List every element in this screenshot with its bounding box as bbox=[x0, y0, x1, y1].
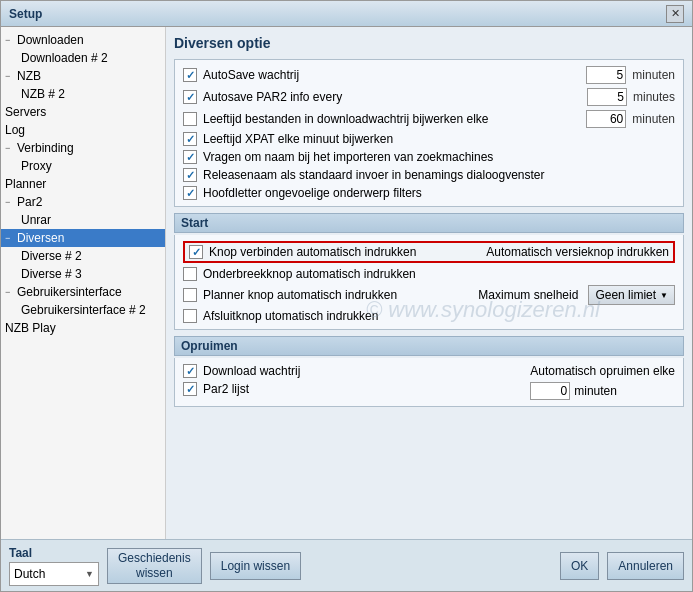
sidebar-label: Diverse # 3 bbox=[21, 267, 82, 281]
start-row-onderbreekknop: Onderbreekknop automatisch indrukken bbox=[183, 267, 675, 281]
opruimen-body: Download wachtrij Par2 lijst Automatisch… bbox=[174, 358, 684, 407]
sidebar-item-downloaden2[interactable]: Downloaden # 2 bbox=[1, 49, 165, 67]
sidebar-label: Diversen bbox=[17, 231, 64, 245]
opruimen-checkboxes: Download wachtrij Par2 lijst bbox=[183, 364, 518, 400]
expand-icon: − bbox=[5, 233, 15, 243]
sidebar-label: Gebruikersinterface # 2 bbox=[21, 303, 146, 317]
sidebar-item-downloaden[interactable]: − Downloaden bbox=[1, 31, 165, 49]
right-panel: Diversen optie AutoSave wachtrij minuten… bbox=[166, 27, 692, 539]
checkbox-afsluitknop[interactable] bbox=[183, 309, 197, 323]
checkbox-autosave-par2[interactable] bbox=[183, 90, 197, 104]
option-label-leeftijd: Leeftijd bestanden in downloadwachtrij b… bbox=[203, 112, 580, 126]
option-label-autosave-par2: Autosave PAR2 info every bbox=[203, 90, 581, 104]
opruimen-section: Opruimen Download wachtrij Par2 lijst bbox=[174, 336, 684, 407]
label-knop-verbinden: Knop verbinden automatisch indrukken bbox=[209, 245, 416, 259]
sidebar-label: Servers bbox=[5, 105, 46, 119]
sidebar-item-diverse3[interactable]: Diverse # 3 bbox=[1, 265, 165, 283]
section-title: Diversen optie bbox=[174, 35, 684, 51]
checkbox-releasenaam[interactable] bbox=[183, 168, 197, 182]
title-bar: Setup ✕ bbox=[1, 1, 692, 27]
checkbox-par2-lijst[interactable] bbox=[183, 382, 197, 396]
login-wissen-button[interactable]: Login wissen bbox=[210, 552, 301, 580]
checkbox-autosave[interactable] bbox=[183, 68, 197, 82]
window-title: Setup bbox=[9, 7, 42, 21]
geschiedenis-wissen-button[interactable]: Geschiedenis wissen bbox=[107, 548, 202, 584]
sidebar-item-gebruikersinterface[interactable]: − Gebruikersinterface bbox=[1, 283, 165, 301]
label-download-wachtrij: Download wachtrij bbox=[203, 364, 300, 378]
main-content: − Downloaden Downloaden # 2 − NZB NZB # … bbox=[1, 27, 692, 539]
sidebar-item-verbinding[interactable]: − Verbinding bbox=[1, 139, 165, 157]
opruimen-row-par2: Par2 lijst bbox=[183, 382, 518, 396]
auto-opruimen-unit: minuten bbox=[574, 384, 617, 398]
taal-section: Taal Dutch ▼ bbox=[9, 546, 99, 586]
sidebar-item-par2[interactable]: − Par2 bbox=[1, 193, 165, 211]
sidebar-label: Downloaden # 2 bbox=[21, 51, 108, 65]
input-autosave-number[interactable] bbox=[586, 66, 626, 84]
checkbox-leeftijd[interactable] bbox=[183, 112, 197, 126]
sidebar-label: Proxy bbox=[21, 159, 52, 173]
opruimen-header: Opruimen bbox=[174, 336, 684, 356]
option-row-autosave-par2: Autosave PAR2 info every minutes bbox=[183, 88, 675, 106]
speed-value: Geen limiet bbox=[595, 288, 656, 302]
option-row-xpat: Leeftijd XPAT elke minuut bijwerken bbox=[183, 132, 675, 146]
option-row-releasenaam: Releasenaam als standaard invoer in bena… bbox=[183, 168, 675, 182]
sidebar-item-unrar[interactable]: Unrar bbox=[1, 211, 165, 229]
speed-dropdown[interactable]: Geen limiet ▼ bbox=[588, 285, 675, 305]
sidebar-label: NZB bbox=[17, 69, 41, 83]
start-row-afsluitknop: Afsluitknop utomatisch indrukken bbox=[183, 309, 675, 323]
sidebar-item-log[interactable]: Log bbox=[1, 121, 165, 139]
expand-icon: − bbox=[5, 71, 15, 81]
sidebar: − Downloaden Downloaden # 2 − NZB NZB # … bbox=[1, 27, 166, 539]
auto-opruimen-input-row: minuten bbox=[530, 382, 617, 400]
unit-leeftijd: minuten bbox=[632, 112, 675, 126]
expand-icon: − bbox=[5, 287, 15, 297]
sidebar-label: Gebruikersinterface bbox=[17, 285, 122, 299]
start-body: Knop verbinden automatisch indrukken Aut… bbox=[174, 235, 684, 330]
taal-label: Taal bbox=[9, 546, 97, 560]
input-auto-opruimen[interactable] bbox=[530, 382, 570, 400]
expand-icon: − bbox=[5, 197, 15, 207]
checkbox-onderbreekknop[interactable] bbox=[183, 267, 197, 281]
expand-icon: − bbox=[5, 35, 15, 45]
sidebar-item-proxy[interactable]: Proxy bbox=[1, 157, 165, 175]
sidebar-item-planner[interactable]: Planner bbox=[1, 175, 165, 193]
ok-button[interactable]: OK bbox=[560, 552, 599, 580]
options-area: AutoSave wachtrij minuten Autosave PAR2 … bbox=[174, 59, 684, 207]
option-label-autosave: AutoSave wachtrij bbox=[203, 68, 580, 82]
sidebar-item-nzb[interactable]: − NZB bbox=[1, 67, 165, 85]
sidebar-label: Diverse # 2 bbox=[21, 249, 82, 263]
option-row-vragen: Vragen om naam bij het importeren van zo… bbox=[183, 150, 675, 164]
option-row-leeftijd: Leeftijd bestanden in downloadwachtrij b… bbox=[183, 110, 675, 128]
option-label-vragen: Vragen om naam bij het importeren van zo… bbox=[203, 150, 675, 164]
sidebar-label: Verbinding bbox=[17, 141, 74, 155]
checkbox-planner-knop[interactable] bbox=[183, 288, 197, 302]
lang-value: Dutch bbox=[14, 567, 45, 581]
sidebar-label: NZB Play bbox=[5, 321, 56, 335]
checkbox-knop-verbinden[interactable] bbox=[189, 245, 203, 259]
start-row-planner: Planner knop automatisch indrukken Maxim… bbox=[183, 285, 675, 305]
label-onderbreekknop: Onderbreekknop automatisch indrukken bbox=[203, 267, 416, 281]
option-label-hoofdletter: Hoofdletter ongevoelige onderwerp filter… bbox=[203, 186, 675, 200]
checkbox-vragen[interactable] bbox=[183, 150, 197, 164]
annuleren-button[interactable]: Annuleren bbox=[607, 552, 684, 580]
sidebar-item-diversen[interactable]: − Diversen bbox=[1, 229, 165, 247]
sidebar-item-servers[interactable]: Servers bbox=[1, 103, 165, 121]
lang-select[interactable]: Dutch ▼ bbox=[9, 562, 99, 586]
checkbox-hoofdletter[interactable] bbox=[183, 186, 197, 200]
close-button[interactable]: ✕ bbox=[666, 5, 684, 23]
sidebar-item-gebruikersinterface2[interactable]: Gebruikersinterface # 2 bbox=[1, 301, 165, 319]
expand-icon: − bbox=[5, 143, 15, 153]
sidebar-label: Unrar bbox=[21, 213, 51, 227]
input-leeftijd-number[interactable] bbox=[586, 110, 626, 128]
label-par2-lijst: Par2 lijst bbox=[203, 382, 249, 396]
label-planner-knop: Planner knop automatisch indrukken bbox=[203, 288, 397, 302]
checkbox-xpat[interactable] bbox=[183, 132, 197, 146]
input-par2-number[interactable] bbox=[587, 88, 627, 106]
sidebar-item-nzbplay[interactable]: NZB Play bbox=[1, 319, 165, 337]
checkbox-download-wachtrij[interactable] bbox=[183, 364, 197, 378]
sidebar-item-nzb2[interactable]: NZB # 2 bbox=[1, 85, 165, 103]
sidebar-label: Log bbox=[5, 123, 25, 137]
start-section: Start Knop verbinden automatisch indrukk… bbox=[174, 213, 684, 330]
sidebar-item-diverse2[interactable]: Diverse # 2 bbox=[1, 247, 165, 265]
speed-label: Maximum snelheid bbox=[478, 288, 578, 302]
